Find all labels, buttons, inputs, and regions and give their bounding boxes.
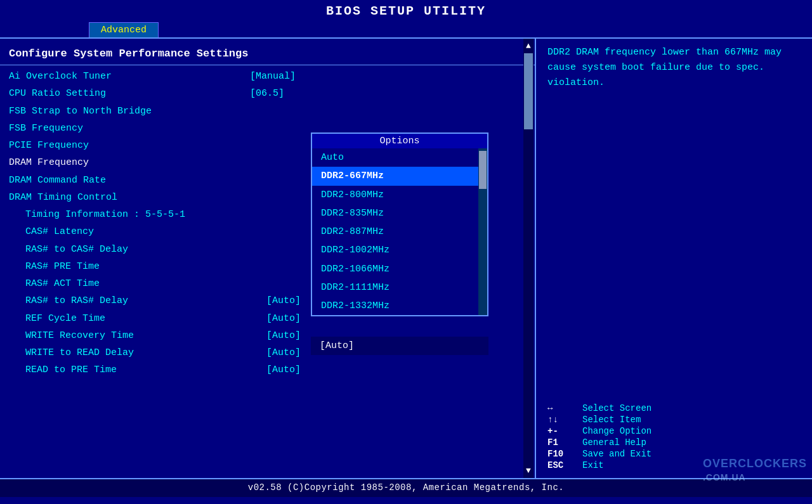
dropdown-container: Options AutoDDR2-667MHzDDR2-800MHzDDR2-8… bbox=[311, 132, 488, 316]
menu-item-17[interactable]: READ to PRE Time[Auto] bbox=[0, 361, 535, 378]
key-name-0: ↔ bbox=[547, 403, 582, 413]
key-name-4: F10 bbox=[547, 449, 582, 459]
main-scrollbar[interactable]: ▲ ▼ bbox=[523, 39, 534, 478]
left-panel: Configure System Performance Settings Ai… bbox=[0, 39, 536, 478]
watermark-text: OVERCLOCKERS.COM.UA bbox=[703, 457, 807, 483]
key-desc-4: Save and Exit bbox=[582, 449, 652, 459]
key-row-3: F1General Help bbox=[547, 437, 801, 448]
dd-item-5[interactable]: DDR2-1002MHz bbox=[312, 241, 487, 259]
dd-item-2[interactable]: DDR2-800MHz bbox=[312, 186, 487, 204]
menu-item-label-9: CAS# Latency bbox=[25, 224, 260, 239]
black-box-selected: [Auto] bbox=[311, 337, 488, 355]
menu-item-value-1: [06.5] bbox=[250, 86, 284, 101]
menu-item-2[interactable]: FSB Strap to North Bridge bbox=[0, 103, 535, 120]
menu-item-label-12: RAS# ACT Time bbox=[25, 276, 260, 291]
menu-item-label-4: PCIE Frequency bbox=[9, 138, 244, 153]
menu-item-label-15: WRITE Recovery Time bbox=[25, 328, 260, 343]
menu-item-value-14: [Auto] bbox=[266, 311, 301, 326]
title-bar: BIOS SETUP UTILITY bbox=[0, 0, 812, 21]
key-desc-5: Exit bbox=[582, 460, 604, 470]
key-desc-0: Select Screen bbox=[582, 403, 652, 413]
menu-item-value-15: [Auto] bbox=[266, 328, 301, 343]
main-content: Configure System Performance Settings Ai… bbox=[0, 37, 812, 478]
right-panel: DDR2 DRAM frequency lower than 667MHz ma… bbox=[536, 39, 812, 478]
key-row-0: ↔Select Screen bbox=[547, 403, 801, 413]
key-row-1: ↑↓Select Item bbox=[547, 415, 801, 425]
key-name-2: +- bbox=[547, 426, 582, 436]
dropdown-scrollbar[interactable] bbox=[478, 148, 487, 315]
key-name-1: ↑↓ bbox=[547, 415, 582, 425]
menu-item-label-16: WRITE to READ Delay bbox=[25, 346, 260, 360]
menu-item-label-13: RAS# to RAS# Delay bbox=[25, 294, 260, 308]
tab-advanced[interactable]: Advanced bbox=[89, 22, 159, 37]
watermark: OVERCLOCKERS.COM.UA bbox=[703, 457, 807, 484]
menu-item-label-8: Timing Information : 5-5-5-1 bbox=[25, 207, 260, 222]
scroll-up-arrow: ▲ bbox=[526, 41, 531, 51]
dd-item-3[interactable]: DDR2-835MHz bbox=[312, 204, 487, 223]
scroll-thumb bbox=[479, 151, 487, 189]
dd-item-0[interactable]: Auto bbox=[312, 148, 487, 167]
black-box-value: [Auto] bbox=[311, 337, 488, 355]
tab-bar: Advanced bbox=[0, 21, 812, 37]
main-scroll-thumb bbox=[524, 53, 533, 129]
dd-item-4[interactable]: DDR2-887MHz bbox=[312, 223, 487, 241]
menu-item-label-2: FSB Strap to North Bridge bbox=[9, 104, 244, 119]
dd-item-7[interactable]: DDR2-1111MHz bbox=[312, 278, 487, 297]
key-name-5: ESC bbox=[547, 460, 582, 470]
bios-title: BIOS SETUP UTILITY bbox=[326, 4, 486, 18]
menu-item-0[interactable]: Ai Overclock Tuner[Manual] bbox=[0, 68, 535, 85]
dd-items: AutoDDR2-667MHzDDR2-800MHzDDR2-835MHzDDR… bbox=[312, 148, 487, 315]
key-desc-1: Select Item bbox=[582, 415, 641, 425]
key-desc-2: Change Option bbox=[582, 426, 652, 436]
dd-item-8[interactable]: DDR2-1332MHz bbox=[312, 297, 487, 315]
key-desc-3: General Help bbox=[582, 437, 646, 448]
menu-item-value-16: [Auto] bbox=[266, 346, 301, 360]
scroll-down-arrow: ▼ bbox=[526, 466, 531, 475]
menu-item-label-7: DRAM Timing Control bbox=[9, 190, 244, 205]
dropdown-title: Options bbox=[311, 132, 488, 148]
menu-item-value-17: [Auto] bbox=[266, 363, 301, 377]
menu-item-label-5: DRAM Frequency bbox=[9, 155, 244, 170]
menu-item-label-3: FSB Frequency bbox=[9, 121, 244, 136]
dd-item-6[interactable]: DDR2-1066MHz bbox=[312, 260, 487, 278]
dropdown-list: AutoDDR2-667MHzDDR2-800MHzDDR2-835MHzDDR… bbox=[311, 148, 488, 316]
help-text: DDR2 DRAM frequency lower than 667MHz ma… bbox=[547, 45, 801, 397]
menu-item-label-11: RAS# PRE Time bbox=[25, 259, 260, 274]
footer: v02.58 (C)Copyright 1985-2008, American … bbox=[0, 478, 812, 497]
key-name-3: F1 bbox=[547, 437, 582, 448]
menu-item-label-6: DRAM Command Rate bbox=[9, 173, 244, 188]
footer-text: v02.58 (C)Copyright 1985-2008, American … bbox=[248, 482, 564, 493]
menu-item-label-17: READ to PRE Time bbox=[25, 363, 260, 377]
menu-item-1[interactable]: CPU Ratio Setting[06.5] bbox=[0, 85, 535, 102]
section-title: Configure System Performance Settings bbox=[0, 44, 535, 65]
menu-item-value-0: [Manual] bbox=[250, 69, 296, 84]
menu-item-value-13: [Auto] bbox=[266, 294, 301, 308]
dd-item-1[interactable]: DDR2-667MHz bbox=[312, 167, 487, 185]
key-row-2: +-Change Option bbox=[547, 426, 801, 436]
menu-item-label-1: CPU Ratio Setting bbox=[9, 86, 244, 101]
menu-item-label-0: Ai Overclock Tuner bbox=[9, 69, 244, 84]
menu-item-label-14: REF Cycle Time bbox=[25, 311, 260, 326]
menu-item-label-10: RAS# to CAS# Delay bbox=[25, 242, 260, 257]
